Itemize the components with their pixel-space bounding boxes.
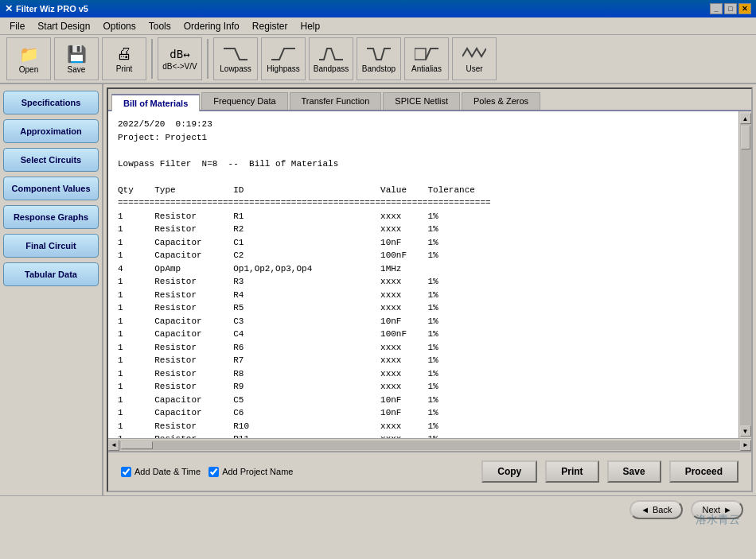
- sidebar-item-final-circuit[interactable]: Final Circuit: [3, 234, 99, 258]
- antialias-button[interactable]: Antialias: [404, 37, 449, 80]
- user-button[interactable]: User: [452, 37, 497, 80]
- scroll-thumb[interactable]: [741, 126, 750, 149]
- nav-bar: ◄ Back Next ►: [0, 495, 756, 522]
- bandpass-button[interactable]: Bandpass: [309, 37, 353, 80]
- menu-register[interactable]: Register: [246, 19, 294, 33]
- user-label: User: [466, 64, 482, 73]
- bom-row-14: 1 Capacitor C5 10nF 1%: [118, 394, 729, 407]
- copy-button[interactable]: Copy: [481, 460, 537, 483]
- toolbar-separator-1: [151, 39, 153, 79]
- bom-row-1: 1 Resistor R2 xxxx 1%: [118, 223, 729, 236]
- print-button[interactable]: Print: [545, 460, 598, 483]
- scroll-left-arrow[interactable]: ◄: [108, 440, 119, 451]
- sidebar-item-specifications[interactable]: Specifications: [3, 91, 99, 115]
- bom-row-2: 1 Capacitor C1 10nF 1%: [118, 236, 729, 250]
- lowpass-button[interactable]: Lowpass: [213, 37, 258, 80]
- bottom-bar: Add Date & Time Add Project Name Copy Pr…: [108, 451, 751, 491]
- bandstop-label: Bandstop: [362, 64, 396, 73]
- print-label: Print: [116, 64, 133, 73]
- highpass-label: Highpass: [267, 64, 300, 73]
- bom-row-17: 1 Resistor R11 xxxx 1%: [118, 433, 729, 438]
- db-vv-label: dB<->V/V: [162, 62, 197, 71]
- tab-poles-zeros[interactable]: Poles & Zeros: [462, 92, 540, 110]
- menu-options[interactable]: Options: [96, 19, 142, 33]
- bom-col-headers: Qty Type ID Value Tolerance: [118, 184, 729, 197]
- content-panel: Bill of Materials Frequency Data Transfe…: [107, 87, 753, 492]
- next-arrow-icon: ►: [723, 505, 732, 514]
- minimize-button[interactable]: _: [710, 3, 723, 14]
- bom-line-empty2: [118, 170, 729, 184]
- bom-row-4: 4 OpAmp Op1,Op2,Op3,Op4 1MHz: [118, 262, 729, 276]
- scroll-right-arrow[interactable]: ►: [740, 440, 751, 451]
- scroll-track[interactable]: [740, 124, 751, 425]
- next-label: Next: [702, 505, 720, 514]
- add-project-name-checkbox[interactable]: [208, 467, 219, 477]
- bom-row-5: 1 Resistor R3 xxxx 1%: [118, 275, 729, 289]
- bom-row-3: 1 Capacitor C2 100nF 1%: [118, 249, 729, 262]
- titlebar-controls: _ □ ✕: [710, 3, 751, 14]
- save-toolbar-button[interactable]: 💾 Save: [54, 37, 99, 80]
- lowpass-label: Lowpass: [220, 64, 251, 73]
- bom-row-6: 1 Resistor R4 xxxx 1%: [118, 289, 729, 302]
- lowpass-icon: [224, 45, 247, 63]
- sidebar-item-approximation[interactable]: Approximation: [3, 119, 99, 143]
- tabs: Bill of Materials Frequency Data Transfe…: [108, 89, 751, 111]
- scroll-up-arrow[interactable]: ▲: [740, 113, 751, 124]
- add-project-name-checkbox-label[interactable]: Add Project Name: [208, 467, 293, 477]
- bom-row-16: 1 Resistor R10 xxxx 1%: [118, 420, 729, 433]
- add-project-name-label: Add Project Name: [222, 467, 293, 476]
- back-arrow-icon: ◄: [641, 505, 649, 514]
- h-scroll-track[interactable]: [119, 441, 740, 450]
- user-filter-icon: [462, 45, 486, 63]
- back-button[interactable]: ◄ Back: [629, 500, 683, 519]
- h-scroll-thumb[interactable]: [121, 441, 153, 449]
- tab-bill-of-materials[interactable]: Bill of Materials: [111, 94, 200, 111]
- sidebar-item-tabular-data[interactable]: Tabular Data: [3, 262, 99, 286]
- main-layout: Specifications Approximation Select Circ…: [0, 84, 756, 495]
- sidebar-item-select-circuits[interactable]: Select Circuits: [3, 148, 99, 172]
- menu-start-design[interactable]: Start Design: [31, 19, 96, 33]
- add-date-time-checkbox-label[interactable]: Add Date & Time: [121, 467, 201, 477]
- maximize-button[interactable]: □: [724, 3, 737, 14]
- add-date-time-checkbox[interactable]: [121, 467, 131, 477]
- scroll-down-arrow[interactable]: ▼: [740, 425, 751, 437]
- bandstop-icon: [367, 45, 391, 63]
- sidebar: Specifications Approximation Select Circ…: [0, 84, 103, 495]
- tab-spice-netlist[interactable]: SPICE Netlist: [383, 92, 460, 110]
- bom-row-13: 1 Resistor R9 xxxx 1%: [118, 380, 729, 394]
- next-button[interactable]: Next ►: [691, 500, 743, 519]
- bom-text-content: 2022/5/20 0:19:23 Project: Project1 Lowp…: [108, 111, 738, 438]
- bom-row-9: 1 Capacitor C4 100nF 1%: [118, 328, 729, 341]
- horizontal-scrollbar[interactable]: ◄ ►: [108, 438, 751, 451]
- sidebar-item-component-values[interactable]: Component Values: [3, 177, 99, 200]
- content-wrapper: 2022/5/20 0:19:23 Project: Project1 Lowp…: [108, 111, 751, 438]
- open-button[interactable]: 📁 Open: [6, 37, 51, 80]
- menu-ordering-info[interactable]: Ordering Info: [177, 19, 246, 33]
- highpass-button[interactable]: Highpass: [261, 37, 306, 80]
- app-icon: ✕: [5, 3, 13, 14]
- db-vv-icon: dB↔: [170, 48, 189, 60]
- toolbar: 📁 Open 💾 Save 🖨 Print dB↔ dB<->V/V Lowpa…: [0, 35, 756, 84]
- vertical-scrollbar[interactable]: ▲ ▼: [738, 111, 751, 438]
- proceed-button[interactable]: Proceed: [669, 460, 738, 483]
- db-vv-button[interactable]: dB↔ dB<->V/V: [158, 37, 202, 80]
- menu-file[interactable]: File: [3, 19, 31, 33]
- bom-row-15: 1 Capacitor C6 10nF 1%: [118, 406, 729, 420]
- bom-row-0: 1 Resistor R1 xxxx 1%: [118, 210, 729, 223]
- sidebar-item-response-graphs[interactable]: Response Graphs: [3, 205, 99, 229]
- bandstop-button[interactable]: Bandstop: [357, 37, 401, 80]
- tab-transfer-function[interactable]: Transfer Function: [290, 92, 382, 110]
- save-button[interactable]: Save: [607, 460, 661, 483]
- print-toolbar-button[interactable]: 🖨 Print: [102, 37, 146, 80]
- bom-row-12: 1 Resistor R8 xxxx 1%: [118, 367, 729, 381]
- bom-line-project: Project: Project1: [118, 131, 729, 145]
- bandpass-icon: [319, 45, 343, 63]
- tab-frequency-data[interactable]: Frequency Data: [201, 92, 287, 110]
- bom-line-date: 2022/5/20 0:19:23: [118, 118, 729, 131]
- menu-help[interactable]: Help: [294, 19, 326, 33]
- menu-tools[interactable]: Tools: [142, 19, 177, 33]
- add-date-time-label: Add Date & Time: [134, 467, 201, 476]
- close-button[interactable]: ✕: [738, 3, 751, 14]
- bandpass-label: Bandpass: [314, 64, 349, 73]
- bom-row-10: 1 Resistor R6 xxxx 1%: [118, 341, 729, 355]
